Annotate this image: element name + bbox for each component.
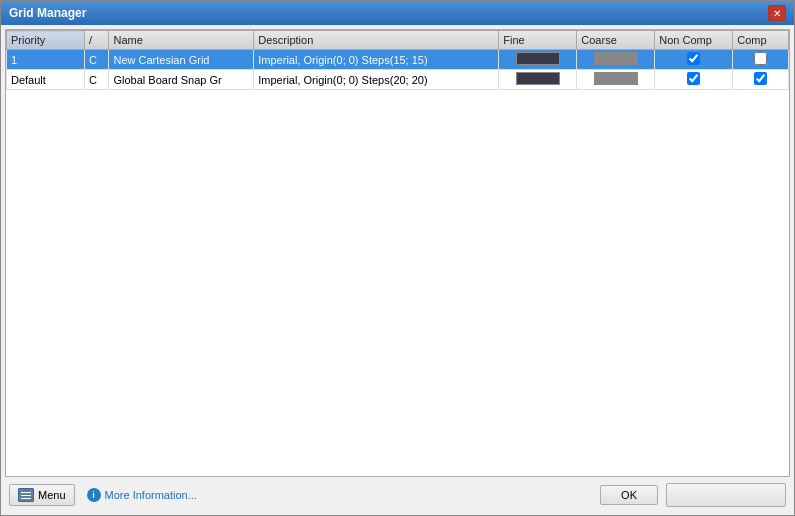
title-bar: Grid Manager ✕ <box>1 1 794 25</box>
noncomp-checkbox[interactable] <box>687 72 700 85</box>
cell-name: New Cartesian Grid <box>109 50 254 70</box>
cell-description: Imperial, Origin(0; 0) Steps(20; 20) <box>254 70 499 90</box>
col-header-type[interactable]: / <box>84 31 109 50</box>
cell-comp <box>733 70 789 90</box>
noncomp-checkbox[interactable] <box>687 52 700 65</box>
col-header-description[interactable]: Description <box>254 31 499 50</box>
menu-icon <box>18 488 34 502</box>
col-header-comp[interactable]: Comp <box>733 31 789 50</box>
col-header-priority[interactable]: Priority <box>7 31 85 50</box>
grid-table: Priority / Name Description Fine Coarse … <box>6 30 789 90</box>
grid-table-container: Priority / Name Description Fine Coarse … <box>5 29 790 477</box>
cell-coarse <box>577 50 655 70</box>
table-row[interactable]: 1CNew Cartesian GridImperial, Origin(0; … <box>7 50 789 70</box>
col-header-name[interactable]: Name <box>109 31 254 50</box>
grid-manager-window: Grid Manager ✕ Priority / Name Descripti… <box>0 0 795 516</box>
cell-noncomp <box>655 50 733 70</box>
cell-fine <box>499 70 577 90</box>
fine-color-swatch <box>516 72 560 85</box>
table-row[interactable]: DefaultCGlobal Board Snap GrImperial, Or… <box>7 70 789 90</box>
col-header-coarse[interactable]: Coarse <box>577 31 655 50</box>
table-body: 1CNew Cartesian GridImperial, Origin(0; … <box>7 50 789 90</box>
comp-checkbox[interactable] <box>754 72 767 85</box>
cell-name: Global Board Snap Gr <box>109 70 254 90</box>
footer-left: Menu i More Information... <box>9 484 197 506</box>
coarse-color-swatch <box>594 52 638 65</box>
cell-priority: 1 <box>7 50 85 70</box>
footer-right-spacer <box>666 483 786 507</box>
cell-type: C <box>84 70 109 90</box>
menu-icon-line3 <box>21 498 31 499</box>
menu-button[interactable]: Menu <box>9 484 75 506</box>
cell-type: C <box>84 50 109 70</box>
menu-icon-line2 <box>21 495 31 496</box>
col-header-fine[interactable]: Fine <box>499 31 577 50</box>
fine-color-swatch <box>516 52 560 65</box>
main-content: Priority / Name Description Fine Coarse … <box>1 25 794 515</box>
cell-priority: Default <box>7 70 85 90</box>
footer: Menu i More Information... OK <box>5 477 790 511</box>
info-icon: i <box>87 488 101 502</box>
cell-comp <box>733 50 789 70</box>
ok-button[interactable]: OK <box>600 485 658 505</box>
window-title: Grid Manager <box>9 6 86 20</box>
comp-checkbox[interactable] <box>754 52 767 65</box>
coarse-color-swatch <box>594 72 638 85</box>
info-link-label: More Information... <box>105 489 197 501</box>
col-header-noncomp[interactable]: Non Comp <box>655 31 733 50</box>
menu-button-label: Menu <box>38 489 66 501</box>
menu-icon-line1 <box>21 492 31 493</box>
table-header-row: Priority / Name Description Fine Coarse … <box>7 31 789 50</box>
cell-noncomp <box>655 70 733 90</box>
more-information-link[interactable]: i More Information... <box>87 488 197 502</box>
cell-description: Imperial, Origin(0; 0) Steps(15; 15) <box>254 50 499 70</box>
cell-coarse <box>577 70 655 90</box>
cell-fine <box>499 50 577 70</box>
close-button[interactable]: ✕ <box>768 5 786 21</box>
title-bar-controls: ✕ <box>768 5 786 21</box>
